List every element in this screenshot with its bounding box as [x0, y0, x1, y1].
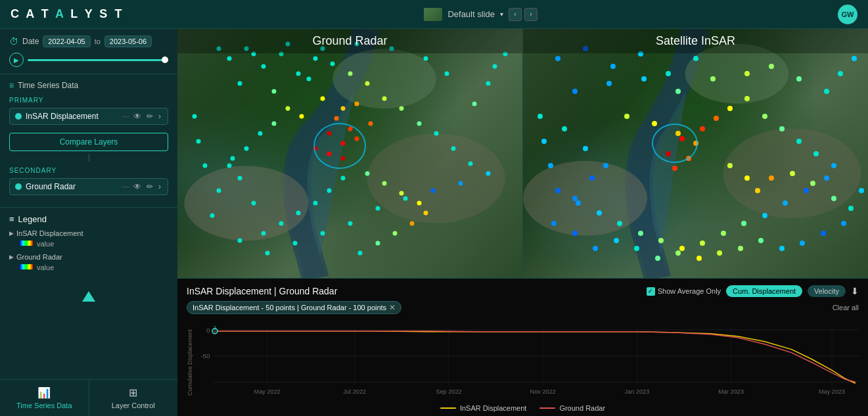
map-dot: [348, 72, 352, 76]
slider-track[interactable]: [28, 59, 168, 61]
date-section: ⏱ Date 2022-04-05 to 2023-05-06 ▶: [0, 29, 177, 74]
date-to[interactable]: 2023-05-06: [104, 35, 152, 47]
legend-radar-title[interactable]: ▶ Ground Radar: [9, 253, 168, 261]
legend-radar-value: value: [20, 264, 168, 271]
chart-filter-row: InSAR Displacement - 50 points | Ground …: [187, 301, 859, 314]
show-avg-checkbox[interactable]: ✓: [647, 287, 655, 296]
map-dot: [217, 189, 221, 193]
filter-tag: InSAR Displacement - 50 points | Ground …: [187, 301, 401, 314]
secondary-edit-btn[interactable]: ✏: [145, 182, 154, 191]
map-dot: [841, 221, 846, 226]
map-dot: [392, 231, 397, 235]
map-dot: [320, 231, 325, 235]
map-dot: [762, 213, 767, 218]
slide-prev-btn[interactable]: ‹: [509, 8, 522, 21]
map-dot: [424, 57, 428, 61]
map-dot: [796, 76, 802, 81]
map-dot: [583, 146, 588, 151]
map-dot: [300, 114, 304, 118]
map-dot: [804, 188, 809, 193]
map-dot: [603, 163, 608, 168]
map-dot: [424, 211, 428, 216]
slider-thumb[interactable]: [162, 57, 168, 63]
map-dot: [555, 188, 560, 193]
map-dot: [272, 122, 277, 126]
map-dot: [203, 164, 208, 168]
map-dot: [744, 71, 750, 76]
filter-tag-close[interactable]: ✕: [389, 303, 396, 312]
map-dot: [193, 114, 197, 118]
map-dot: [486, 81, 490, 86]
app-logo: C A T A L Y S T: [11, 7, 124, 21]
insar-legend-line: [440, 407, 456, 409]
right-map-circle: [652, 124, 698, 163]
show-average-control[interactable]: ✓ Show Average Only: [647, 287, 721, 296]
time-series-tab[interactable]: 📊 Time Series Data: [0, 380, 89, 416]
map-dot: [493, 64, 497, 68]
map-dot: [572, 231, 578, 236]
svg-text:Mar 2023: Mar 2023: [718, 388, 744, 395]
map-dot: [634, 246, 639, 251]
slide-dropdown-icon[interactable]: ▾: [500, 11, 503, 18]
chart-area: 0 -50 Cumulative Displacement May 2022 J…: [187, 317, 859, 402]
map-dot: [537, 114, 543, 119]
svg-rect-1: [20, 264, 33, 269]
sidebar-bottom: 📊 Time Series Data ⊞ Layer Control: [0, 379, 177, 416]
compare-layers-btn[interactable]: Compare Layers: [9, 133, 168, 151]
chart-legend: InSAR Displacement Ground Radar: [187, 402, 859, 412]
primary-visibility-btn[interactable]: 👁: [132, 112, 143, 121]
layer-control-tab[interactable]: ⊞ Layer Control: [89, 380, 178, 416]
primary-edit-btn[interactable]: ✏: [145, 112, 154, 121]
layer-divider2: —: [122, 182, 129, 191]
layer-divider1: —: [122, 112, 129, 121]
map-dot: [572, 89, 578, 94]
map-panels: Ground Radar: [177, 29, 868, 278]
velocity-tab[interactable]: Velocity: [808, 285, 846, 297]
map-dot: [296, 211, 300, 216]
secondary-visibility-btn[interactable]: 👁: [132, 182, 143, 191]
map-dot: [624, 114, 629, 119]
secondary-expand-btn[interactable]: ›: [157, 182, 162, 191]
map-dot: [597, 210, 602, 216]
map-dot: [262, 231, 266, 235]
legend-insar-title[interactable]: ▶ InSAR Displacement: [9, 229, 168, 237]
slide-next-btn[interactable]: ›: [524, 8, 537, 21]
time-series-icon: ≡: [9, 81, 14, 90]
svg-text:Jan 2023: Jan 2023: [625, 388, 650, 395]
svg-text:-50: -50: [200, 353, 210, 360]
date-to-label: to: [95, 37, 101, 45]
primary-layer-actions: — 👁 ✏ ›: [122, 112, 162, 121]
map-dot: [365, 81, 369, 86]
map-dot: [231, 156, 235, 161]
map-dot: [382, 97, 387, 101]
triangle-section: [0, 283, 177, 310]
map-dot: [693, 56, 698, 61]
left-map-panel[interactable]: Ground Radar: [177, 29, 522, 278]
date-from[interactable]: 2022-04-05: [43, 35, 90, 47]
primary-layer-dot: [15, 113, 22, 120]
user-avatar[interactable]: GW: [838, 5, 857, 24]
secondary-layer-dot: [15, 183, 22, 190]
chart-controls: ✓ Show Average Only Cum. Displacement Ve…: [647, 285, 859, 297]
left-map-bg: [177, 29, 522, 278]
map-dot: [848, 206, 854, 211]
map-dot: [831, 163, 836, 168]
map-dot: [800, 241, 805, 246]
map-dot: [614, 238, 619, 243]
content-area: Ground Radar: [177, 29, 868, 416]
map-dot: [824, 175, 829, 181]
svg-rect-0: [20, 241, 33, 246]
map-dot: [444, 72, 449, 76]
play-button[interactable]: ▶: [9, 53, 24, 67]
clear-all-btn[interactable]: Clear all: [833, 304, 859, 312]
right-map-panel[interactable]: Satellite InSAR: [522, 29, 868, 278]
download-icon[interactable]: ⬇: [851, 286, 859, 296]
cum-displacement-tab[interactable]: Cum. Displacement: [726, 285, 802, 297]
time-series-section: ≡ Time Series Data PRIMARY InSAR Displac…: [0, 74, 177, 207]
map-dot: [593, 246, 598, 251]
radar-legend-label: Ground Radar: [559, 404, 605, 412]
primary-expand-btn[interactable]: ›: [157, 112, 162, 121]
map-dot: [410, 221, 415, 225]
map-dot: [358, 251, 363, 256]
map-dot: [658, 238, 664, 243]
